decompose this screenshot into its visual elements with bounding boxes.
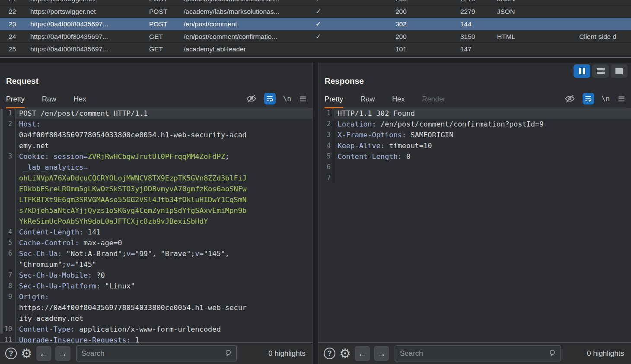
table-row[interactable]: 22https://portswigger.netPOST/academy/la… bbox=[0, 5, 631, 18]
gear-icon[interactable]: ⚙ bbox=[339, 348, 351, 359]
tab-hex[interactable]: Hex bbox=[73, 95, 86, 108]
line-content: YkReSimUcPoAbSYh9doL0aJFTCXjc8zb9vJBexiS… bbox=[16, 216, 312, 227]
code-line: EDkbbESreLROmm5gLKwOzSkSTO3yjODBvmyvA70g… bbox=[0, 184, 312, 194]
cell-status: 200 bbox=[395, 0, 460, 3]
cell-host: https://0a4f00f80435697... bbox=[30, 33, 149, 41]
cell-length: 144 bbox=[460, 20, 497, 28]
cell-host: https://portswigger.net bbox=[30, 0, 149, 3]
code-line: 3Cookie: session=ZVRjRwHCbqwJrutUl0PFrqq… bbox=[0, 151, 312, 162]
layout-buttons bbox=[574, 64, 628, 78]
line-content bbox=[334, 173, 631, 184]
table-row[interactable]: 21https://portswigger.netPOST/academy/la… bbox=[0, 0, 631, 5]
cell-check: ✓ bbox=[316, 20, 333, 28]
tab-hex[interactable]: Hex bbox=[392, 95, 405, 108]
word-wrap-icon[interactable] bbox=[583, 93, 594, 104]
request-scrollbar[interactable] bbox=[0, 109, 3, 334]
tab-raw[interactable]: Raw bbox=[42, 95, 56, 108]
code-line: 2Location: /en/post/comment/confirmation… bbox=[319, 119, 631, 130]
line-content: Host: bbox=[16, 119, 312, 130]
next-match-button[interactable]: → bbox=[374, 346, 389, 361]
newline-icon[interactable]: \n bbox=[283, 95, 291, 103]
help-icon[interactable]: ? bbox=[5, 348, 17, 359]
newline-icon[interactable]: \n bbox=[602, 95, 610, 103]
request-panel-header: Request PrettyRawHex \n bbox=[0, 63, 312, 108]
request-editor[interactable]: 1POST /en/post/comment HTTP/1.12Host:0a4… bbox=[0, 108, 312, 342]
line-content: emy.net bbox=[16, 140, 312, 151]
line-content: X-Frame-Options: SAMEORIGIN bbox=[334, 130, 631, 140]
request-lines: 1POST /en/post/comment HTTP/1.12Host:0a4… bbox=[0, 108, 312, 342]
line-content: Sec-Ch-Ua: "Not:A-Brand";v="99", "Brave"… bbox=[16, 248, 312, 259]
request-search-input[interactable] bbox=[76, 345, 237, 361]
request-panel: Request PrettyRawHex \n bbox=[0, 63, 312, 364]
line-content: HTTP/1.1 302 Found bbox=[334, 108, 631, 119]
highlights-count: 0 highlights bbox=[268, 349, 307, 358]
code-line: 2Host: bbox=[0, 119, 312, 130]
cell-num: 24 bbox=[0, 33, 30, 41]
request-tab-list: PrettyRawHex bbox=[6, 95, 103, 108]
search-icon bbox=[224, 349, 233, 358]
line-content: _lab_analytics= bbox=[16, 162, 312, 173]
cell-method: POST bbox=[149, 8, 184, 16]
table-row[interactable]: 23https://0a4f00f80435697...POST/en/post… bbox=[0, 18, 631, 30]
tab-render[interactable]: Render bbox=[422, 95, 445, 108]
prev-match-button[interactable]: ← bbox=[36, 346, 51, 361]
response-search-toolbar: ? ⚙ ← → 0 highlights bbox=[319, 342, 631, 364]
word-wrap-icon[interactable] bbox=[264, 93, 276, 104]
response-tab-list: PrettyRawHexRender bbox=[325, 95, 463, 108]
cell-length: 2279 bbox=[460, 0, 497, 3]
line-content: ity-academy.net bbox=[16, 313, 312, 324]
menu-icon[interactable] bbox=[617, 95, 626, 103]
cell-length: 147 bbox=[460, 45, 497, 53]
response-editor[interactable]: 1HTTP/1.1 302 Found2Location: /en/post/c… bbox=[319, 108, 631, 342]
line-content: Upgrade-Insecure-Requests: 1 bbox=[16, 335, 312, 342]
line-content: Location: /en/post/comment/confirmation?… bbox=[334, 119, 631, 130]
cell-url: /en/post/comment bbox=[184, 20, 316, 28]
help-icon[interactable]: ? bbox=[324, 348, 335, 359]
response-search-input[interactable] bbox=[395, 345, 561, 361]
hide-eye-icon[interactable] bbox=[246, 93, 257, 104]
rows-layout-button[interactable] bbox=[592, 64, 609, 78]
cell-host: https://0a4f00f80435697... bbox=[30, 45, 149, 53]
line-content: Origin: bbox=[16, 291, 312, 302]
hide-eye-icon[interactable] bbox=[564, 93, 575, 104]
table-row[interactable]: 25https://0a4f00f80435697...GET/academyL… bbox=[0, 43, 631, 55]
gear-icon[interactable]: ⚙ bbox=[21, 348, 32, 359]
cell-host: https://portswigger.net bbox=[30, 8, 149, 16]
code-line: 4Content-Length: 141 bbox=[0, 227, 312, 237]
cell-mime: JSON bbox=[497, 8, 579, 16]
line-content: Content-Length: 0 bbox=[334, 151, 631, 162]
cell-mime: JSON bbox=[497, 0, 579, 3]
line-number: 6 bbox=[319, 162, 334, 173]
request-editor-icons: \n bbox=[246, 93, 307, 108]
cell-method: POST bbox=[149, 20, 184, 28]
code-line: YkReSimUcPoAbSYh9doL0aJFTCXjc8zb9vJBexiS… bbox=[0, 216, 312, 227]
http-history-table[interactable]: 21https://portswigger.netPOST/academy/la… bbox=[0, 0, 631, 55]
line-number: 7 bbox=[319, 173, 334, 184]
tab-raw[interactable]: Raw bbox=[360, 95, 375, 108]
message-editor-area: Request PrettyRawHex \n bbox=[0, 63, 631, 364]
next-match-button[interactable]: → bbox=[55, 346, 70, 361]
line-content: EDkbbESreLROmm5gLKwOzSkSTO3yjODBvmyvA70g… bbox=[16, 184, 312, 194]
cell-status: 200 bbox=[395, 8, 460, 16]
columns-layout-icon bbox=[579, 68, 581, 74]
horizontal-splitter[interactable] bbox=[0, 55, 631, 63]
code-line: 1HTTP/1.1 302 Found bbox=[319, 108, 631, 119]
menu-icon[interactable] bbox=[299, 95, 307, 103]
rows-layout-icon bbox=[597, 68, 605, 74]
request-search-toolbar: ? ⚙ ← → 0 highlights bbox=[0, 342, 312, 364]
single-layout-button[interactable] bbox=[611, 64, 628, 78]
code-line: 11Upgrade-Insecure-Requests: 1 bbox=[0, 335, 312, 342]
response-lines: 1HTTP/1.1 302 Found2Location: /en/post/c… bbox=[319, 108, 631, 184]
line-content: Cookie: session=ZVRjRwHCbqwJrutUl0PFrqqM… bbox=[16, 151, 312, 162]
code-line: _lab_analytics= bbox=[0, 162, 312, 173]
tab-pretty[interactable]: Pretty bbox=[325, 95, 343, 108]
prev-match-button[interactable]: ← bbox=[355, 346, 370, 361]
request-tabs: PrettyRawHex \n bbox=[6, 91, 307, 108]
vertical-splitter[interactable] bbox=[312, 63, 319, 364]
line-content: Cache-Control: max-age=0 bbox=[16, 237, 312, 248]
columns-layout-button[interactable] bbox=[574, 64, 590, 78]
code-line: 9Origin: bbox=[0, 291, 312, 302]
table-row[interactable]: 24https://0a4f00f80435697...GET/en/post/… bbox=[0, 30, 631, 43]
code-line: s7kDjeh5aNtcAYjjQyzs1oSKGyg4CemZynIpSdYf… bbox=[0, 205, 312, 216]
tab-pretty[interactable]: Pretty bbox=[6, 95, 25, 108]
